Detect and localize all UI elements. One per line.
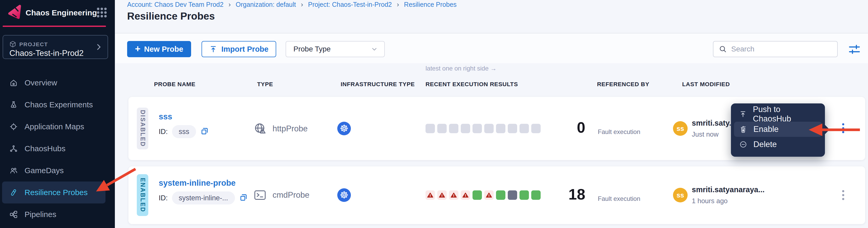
probe-id-value: sss [172, 125, 196, 138]
module-grid-icon[interactable] [96, 6, 108, 19]
execution-result-none [531, 124, 540, 133]
column-header-last-modified: LAST MODIFIED [682, 81, 730, 88]
menu-item-enable[interactable]: Enable [734, 122, 822, 137]
row-menu-button[interactable] [837, 120, 849, 137]
execution-result-passed [496, 190, 505, 200]
referenced-by-count: 0 [551, 120, 585, 135]
sidebar-item-chaos-experiments[interactable]: Chaos Experiments [2, 94, 105, 116]
column-header-type: TYPE [257, 81, 273, 88]
new-probe-label: New Probe [144, 45, 183, 54]
execution-result-none [449, 124, 458, 133]
column-header-infrastructure-type: INFRASTRUCTURE TYPE [341, 81, 415, 88]
probe-icon [9, 188, 18, 197]
warning-icon [427, 192, 434, 198]
execution-result-passed [520, 190, 529, 200]
row-menu-button[interactable] [837, 187, 849, 203]
referenced-by-label: Fault execution [598, 195, 640, 202]
breadcrumb-separator: › [394, 1, 402, 8]
sidebar-item-label: Pipelines [25, 210, 56, 219]
execution-result-none [472, 124, 482, 133]
probe-name-link[interactable]: system-inline-probe [159, 178, 236, 188]
sidebar-item-label: GameDays [25, 166, 64, 175]
column-header-recent-execution-results: RECENT EXECUTION RESULTS [426, 81, 518, 88]
import-probe-button[interactable]: Import Probe [202, 41, 276, 57]
menu-item-label: Delete [753, 140, 777, 149]
project-selector[interactable]: PROJECT Chaos-Test-in-Prod2 [3, 35, 108, 59]
modified-time: 1 hours ago [692, 197, 727, 205]
breadcrumb-current[interactable]: Resilience Probes [404, 1, 457, 8]
execution-result-failed [484, 190, 494, 200]
menu-item-delete[interactable]: Delete [734, 137, 822, 152]
table-row-system-inline-probe[interactable]: ENABLED system-inline-probe ID: system-i… [128, 166, 865, 224]
probe-id-row: ID: system-inline-... [159, 192, 248, 204]
project-label: PROJECT [19, 41, 48, 48]
execution-result-none [496, 124, 505, 133]
copy-icon[interactable] [239, 193, 248, 202]
avatar: ss [673, 188, 688, 202]
breadcrumb-organization[interactable]: Organization: default [236, 1, 296, 8]
recent-execution-results [426, 190, 540, 200]
execution-result-none [461, 124, 470, 133]
chevron-right-icon [94, 43, 103, 51]
sidebar-item-resilience-probes[interactable]: Resilience Probes [2, 181, 105, 203]
probe-type-text: cmdProbe [273, 190, 309, 200]
probe-id-value: system-inline-... [172, 192, 235, 204]
referenced-by-label: Fault execution [598, 128, 640, 136]
recent-results-hint: latest one on right side → [426, 65, 497, 72]
execution-result-na [508, 190, 517, 200]
cube-icon [9, 40, 17, 48]
breadcrumb-separator: › [298, 1, 306, 8]
execution-result-none [508, 124, 517, 133]
warning-icon [486, 192, 492, 198]
execution-result-passed [531, 190, 540, 200]
sidebar-item-label: Resilience Probes [25, 188, 88, 197]
probe-type-select[interactable]: Probe Type [286, 41, 385, 57]
status-badge: ENABLED [137, 174, 148, 216]
sidebar-item-label: Application Maps [25, 122, 84, 131]
id-label: ID: [159, 128, 168, 136]
probe-id-row: ID: sss [159, 125, 209, 138]
execution-result-none [426, 124, 435, 133]
breadcrumb-account[interactable]: Account: Chaos Dev Team Prod2 [127, 1, 223, 8]
probe-name-link[interactable]: sss [159, 112, 172, 121]
execution-result-passed [472, 190, 482, 200]
breadcrumb-project[interactable]: Project: Chaos-Test-in-Prod2 [308, 1, 392, 8]
execution-result-none [520, 124, 529, 133]
import-probe-label: Import Probe [221, 45, 268, 54]
menu-item-label: Enable [753, 124, 779, 134]
search-input[interactable] [731, 45, 832, 53]
sidebar-item-application-maps[interactable]: Application Maps [2, 116, 105, 138]
warning-icon [462, 192, 469, 198]
sidebar-nav: Overview Chaos Experiments Application M… [0, 72, 115, 225]
new-probe-button[interactable]: + New Probe [127, 41, 191, 57]
push-icon [739, 110, 747, 118]
row-context-menu: Push to ChaosHub Enable Delete [731, 104, 825, 157]
hub-icon [9, 144, 18, 153]
sidebar-item-chaoshubs[interactable]: ChaosHubs [2, 138, 105, 160]
trash-icon [739, 125, 747, 133]
status-badge: DISABLED [137, 108, 148, 149]
id-label: ID: [159, 194, 168, 202]
copy-icon[interactable] [200, 127, 209, 136]
probe-type-label: Probe Type [293, 45, 371, 53]
search-box [713, 41, 838, 57]
filter-icon[interactable] [848, 43, 861, 56]
target-icon [9, 122, 18, 131]
execution-result-failed [426, 190, 435, 200]
chevron-down-icon [371, 46, 378, 53]
avatar: ss [673, 121, 688, 136]
column-header-probe-name: PROBE NAME [154, 81, 195, 88]
sidebar: Chaos Engineering PROJECT Chaos-Test-in-… [0, 0, 115, 228]
probe-type-cell: httpProbe [253, 121, 308, 137]
column-header-referenced-by: REFERENCED BY [597, 81, 649, 88]
pipeline-icon [9, 210, 18, 219]
menu-item-push-to-chaoshub[interactable]: Push to ChaosHub [734, 107, 822, 122]
sidebar-item-overview[interactable]: Overview [2, 72, 105, 94]
referenced-by-count: 18 [551, 187, 585, 202]
sidebar-item-label: ChaosHubs [25, 144, 65, 153]
breadcrumb: Account: Chaos Dev Team Prod2 › Organiza… [127, 1, 457, 9]
sidebar-item-gamedays[interactable]: GameDays [2, 160, 105, 181]
minus-circle-icon [739, 141, 747, 148]
page-title: Resilience Probes [127, 10, 215, 22]
sidebar-item-pipelines[interactable]: Pipelines [2, 203, 105, 225]
